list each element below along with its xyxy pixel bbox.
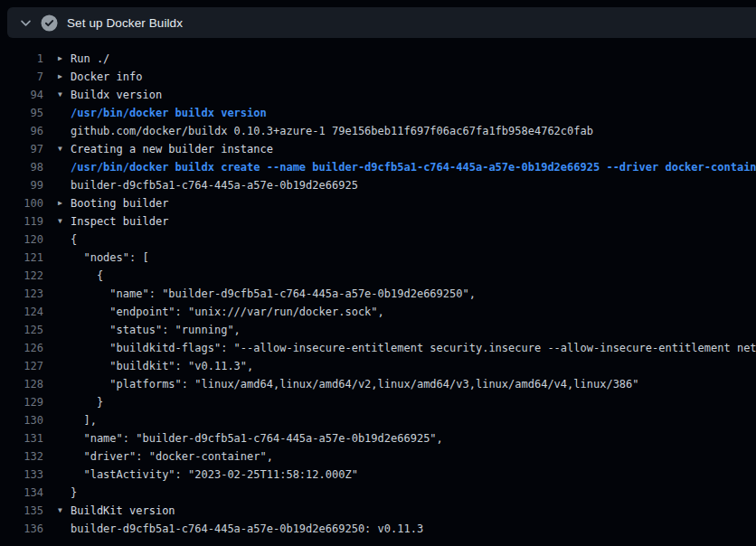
line-number[interactable]: 131	[0, 429, 43, 447]
line-number[interactable]: 129	[0, 393, 43, 411]
triangle-down-icon[interactable]: ▼	[58, 212, 71, 231]
log-text: /usr/bin/docker buildx create --name bui…	[71, 158, 756, 176]
line-number[interactable]: 98	[0, 158, 43, 176]
log-line: 134 }	[0, 484, 756, 502]
group-toggle-icon	[58, 447, 71, 466]
group-toggle-icon	[58, 176, 71, 194]
group-toggle-icon	[58, 122, 71, 140]
line-number[interactable]: 96	[0, 122, 43, 140]
log-line: 130 ],	[0, 411, 756, 429]
group-toggle-icon	[58, 339, 71, 357]
log-line[interactable]: 94 ▼ Buildx version	[0, 86, 756, 104]
log-line: 125 "status": "running",	[0, 321, 756, 339]
line-number[interactable]: 97	[0, 140, 43, 158]
line-number[interactable]: 136	[0, 520, 43, 538]
line-number[interactable]: 95	[0, 104, 43, 122]
triangle-down-icon[interactable]: ▼	[58, 502, 71, 520]
group-toggle-icon	[58, 231, 71, 249]
group-toggle-icon	[58, 375, 71, 393]
log-text: "status": "running",	[71, 321, 241, 339]
log-line: 96 github.com/docker/buildx 0.10.3+azure…	[0, 122, 756, 140]
group-toggle-icon	[58, 158, 71, 176]
group-toggle-icon	[58, 303, 71, 321]
group-toggle-icon	[58, 285, 71, 303]
log-text: "buildkit": "v0.11.3",	[71, 357, 253, 375]
log-line[interactable]: 119 ▼ Inspect builder	[0, 212, 756, 231]
log-text: }	[71, 393, 103, 411]
log-text: "platforms": "linux/amd64,linux/amd64/v2…	[71, 375, 639, 393]
triangle-right-icon[interactable]: ▶	[58, 194, 71, 212]
log-line[interactable]: 135 ▼ BuildKit version	[0, 502, 756, 520]
log-line[interactable]: 7 ▶ Docker info	[0, 68, 756, 86]
log-line: 128 "platforms": "linux/amd64,linux/amd6…	[0, 375, 756, 393]
chevron-down-icon[interactable]	[15, 16, 35, 30]
log-line: 98 /usr/bin/docker buildx create --name …	[0, 158, 756, 176]
log-line: 121 "nodes": [	[0, 249, 756, 267]
line-number[interactable]: 124	[0, 303, 43, 321]
log-text: builder-d9cfb5a1-c764-445a-a57e-0b19d2e6…	[71, 176, 358, 194]
log-text: {	[71, 231, 77, 249]
step-title: Set up Docker Buildx	[67, 16, 183, 30]
log-line[interactable]: 100 ▶ Booting builder	[0, 194, 756, 212]
line-number[interactable]: 7	[0, 68, 43, 86]
line-number[interactable]: 122	[0, 267, 43, 285]
line-number[interactable]: 125	[0, 321, 43, 339]
line-number[interactable]: 134	[0, 484, 43, 502]
line-number[interactable]: 120	[0, 231, 43, 249]
group-toggle-icon	[58, 411, 71, 429]
log-line: 126 "buildkitd-flags": "--allow-insecure…	[0, 339, 756, 357]
log-text: "nodes": [	[71, 249, 149, 267]
log-line: 129 }	[0, 393, 756, 411]
line-number[interactable]: 130	[0, 411, 43, 429]
triangle-down-icon[interactable]: ▼	[58, 140, 71, 158]
log-line: 122 {	[0, 267, 756, 285]
log-line: 120 {	[0, 231, 756, 249]
log-text: Inspect builder	[71, 212, 168, 231]
group-toggle-icon	[58, 520, 71, 538]
line-number[interactable]: 99	[0, 176, 43, 194]
log-line: 99 builder-d9cfb5a1-c764-445a-a57e-0b19d…	[0, 176, 756, 194]
line-number[interactable]: 123	[0, 285, 43, 303]
triangle-right-icon[interactable]: ▶	[58, 50, 71, 68]
line-number[interactable]: 1	[0, 50, 43, 68]
log-text: "lastActivity": "2023-02-25T11:58:12.000…	[71, 466, 358, 484]
group-toggle-icon	[58, 357, 71, 375]
log-text: Docker info	[71, 68, 142, 86]
group-toggle-icon	[58, 249, 71, 267]
log-text: "buildkitd-flags": "--allow-insecure-ent…	[71, 339, 756, 357]
line-number[interactable]: 132	[0, 447, 43, 466]
log-line: 136 builder-d9cfb5a1-c764-445a-a57e-0b19…	[0, 520, 756, 538]
log-line: 132 "driver": "docker-container",	[0, 447, 756, 466]
line-number[interactable]: 100	[0, 194, 43, 212]
line-number[interactable]: 119	[0, 212, 43, 231]
group-toggle-icon	[58, 321, 71, 339]
line-number[interactable]: 133	[0, 466, 43, 484]
triangle-right-icon[interactable]: ▶	[58, 68, 71, 86]
log-text: Run ./	[71, 50, 109, 68]
triangle-down-icon[interactable]: ▼	[58, 86, 71, 104]
line-number[interactable]: 127	[0, 357, 43, 375]
group-toggle-icon	[58, 429, 71, 447]
step-header[interactable]: Set up Docker Buildx	[7, 7, 756, 38]
log-line[interactable]: 97 ▼ Creating a new builder instance	[0, 140, 756, 158]
line-number[interactable]: 135	[0, 502, 43, 520]
log-text: Creating a new builder instance	[71, 140, 273, 158]
line-number[interactable]: 126	[0, 339, 43, 357]
log-lines: 1 ▶ Run ./ 7 ▶ Docker info 94 ▼ Buildx v…	[0, 38, 756, 538]
log-text: "driver": "docker-container",	[71, 447, 273, 466]
log-text: builder-d9cfb5a1-c764-445a-a57e-0b19d2e6…	[71, 520, 423, 538]
group-toggle-icon	[58, 267, 71, 285]
log-line: 133 "lastActivity": "2023-02-25T11:58:12…	[0, 466, 756, 484]
check-circle-icon	[41, 14, 58, 32]
log-text: "name": "builder-d9cfb5a1-c764-445a-a57e…	[71, 285, 476, 303]
log-line: 131 "name": "builder-d9cfb5a1-c764-445a-…	[0, 429, 756, 447]
log-text: BuildKit version	[71, 502, 175, 520]
group-toggle-icon	[58, 104, 71, 122]
line-number[interactable]: 94	[0, 86, 43, 104]
group-toggle-icon	[58, 484, 71, 502]
log-line: 124 "endpoint": "unix:///var/run/docker.…	[0, 303, 756, 321]
line-number[interactable]: 128	[0, 375, 43, 393]
log-line[interactable]: 1 ▶ Run ./	[0, 50, 756, 68]
log-line: 127 "buildkit": "v0.11.3",	[0, 357, 756, 375]
line-number[interactable]: 121	[0, 249, 43, 267]
